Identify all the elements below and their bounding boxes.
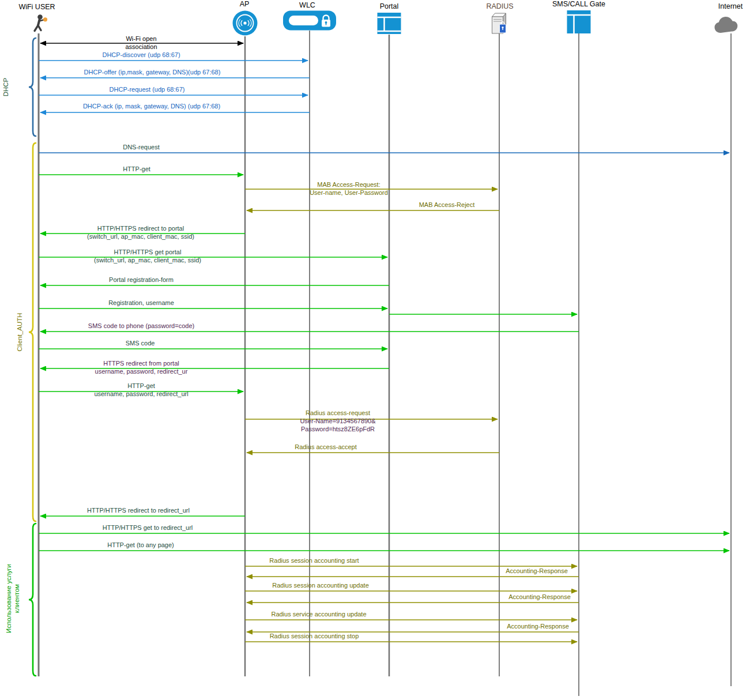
- wlc-lock-icon: [283, 11, 336, 31]
- message-label-dhcp-request: DHCP-request (udp 68:67): [110, 86, 185, 93]
- message-label-sms-code: SMS code: [126, 340, 155, 347]
- group-label-service-usage: Использование услуги: [5, 564, 12, 633]
- actor-label-ap: AP: [240, 0, 250, 8]
- message-label-http-redirect-to-redirect-url: HTTP/HTTPS redirect to redirect_url: [87, 507, 190, 514]
- cloud-icon: [715, 17, 738, 33]
- actor-label-sms-gate: SMS/CALL Gate: [552, 0, 605, 8]
- actor-label-radius: RADIUS: [486, 2, 513, 10]
- message-label-dhcp-discover: DHCP-discover (udp 68:67): [102, 51, 180, 58]
- message-label-http-redirect-to-portal: (switch_url, ap_mac, client_mac, ssid): [87, 233, 194, 240]
- message-label-acct-service-update: Radius service accounting update: [271, 611, 366, 618]
- app-window-icon: [378, 13, 401, 34]
- message-label-acct-response-2: Accounting-Response: [508, 593, 571, 600]
- message-label-dhcp-ack: DHCP-ack (ip, mask, gateway, DNS) (udp 6…: [83, 103, 220, 110]
- message-label-mab-access-request: User-name, User-Password: [310, 189, 388, 196]
- message-label-http-get-credentials: username, password, redirect_url: [94, 390, 188, 397]
- message-label-radius-access-request: Password=htsz8ZE6pFdR: [301, 426, 375, 432]
- message-label-dhcp-offer: DHCP-offer (ip,mask, gateway, DNS)(udp 6…: [84, 69, 221, 76]
- actor-label-wifi-user: WiFi USER: [18, 3, 55, 11]
- message-label-portal-registration-form: Portal registration-form: [109, 276, 174, 283]
- access-point-icon: [233, 11, 258, 36]
- message-label-https-redirect-from-portal: username, password, redirect_ur: [95, 368, 188, 375]
- message-label-mab-access-request: MAB Access-Request:: [317, 181, 380, 188]
- message-label-acct-response-1: Accounting-Response: [506, 567, 568, 574]
- message-label-http-get-to-redirect-url: HTTP/HTTPS get to redirect_url: [103, 524, 193, 531]
- message-label-http-get-credentials: HTTP-get: [127, 382, 155, 389]
- diagram-svg: DHCPClient_AUTHИспользование услугиклиен…: [0, 0, 746, 700]
- actor-label-portal: Portal: [380, 2, 399, 10]
- message-label-wifi-open-association: Wi-Fi open: [126, 35, 156, 42]
- message-label-mab-access-reject: MAB Access-Reject: [419, 201, 475, 208]
- brace-service-usage: [29, 524, 36, 676]
- wifi-auth-sequence-diagram: DHCPClient_AUTHИспользование услугиклиен…: [0, 0, 746, 700]
- message-label-acct-session-start: Radius session accounting start: [269, 557, 359, 564]
- message-label-registration-username: Registration, username: [108, 299, 174, 306]
- message-label-radius-access-request: Radius access-request: [306, 409, 370, 416]
- person-icon: [35, 14, 47, 31]
- message-label-http-redirect-to-portal: HTTP/HTTPS redirect to portal: [97, 225, 184, 232]
- brace-client-auth: [29, 143, 36, 521]
- message-label-acct-session-update: Radius session accounting update: [272, 582, 369, 589]
- message-label-dns-request: DNS-request: [123, 144, 160, 150]
- message-label-radius-access-accept: Radius access-accept: [295, 443, 357, 450]
- group-label-client-auth: Client_AUTH: [16, 313, 23, 351]
- message-label-acct-response-3: Accounting-Response: [507, 623, 569, 630]
- message-label-http-get-portal: HTTP/HTTPS get portal: [114, 249, 182, 255]
- actor-label-wlc: WLC: [299, 1, 315, 9]
- message-label-sms-code-to-phone: SMS code to phone (password=code): [88, 322, 194, 329]
- message-label-acct-session-stop: Radius session accounting stop: [270, 633, 359, 639]
- message-label-http-get: HTTP-get: [123, 165, 150, 172]
- message-label-wifi-open-association: association: [125, 43, 157, 50]
- app-window-icon: [567, 10, 591, 33]
- message-label-http-get-portal: (switch_url, ap_mac, client_mac, ssid): [94, 257, 201, 264]
- message-label-radius-access-request: User-Name=9134567890&: [300, 417, 376, 424]
- message-label-https-redirect-from-portal: HTTPS redirect from portal: [103, 360, 179, 367]
- actor-label-internet: Internet: [718, 2, 743, 10]
- server-lock-icon: [492, 13, 506, 33]
- brace-dhcp: [29, 38, 36, 136]
- message-label-http-get-any-page: HTTP-get (to any page): [107, 541, 174, 548]
- group-label-service-usage: клиентом: [13, 584, 20, 614]
- group-label-dhcp: DHCP: [2, 77, 9, 96]
